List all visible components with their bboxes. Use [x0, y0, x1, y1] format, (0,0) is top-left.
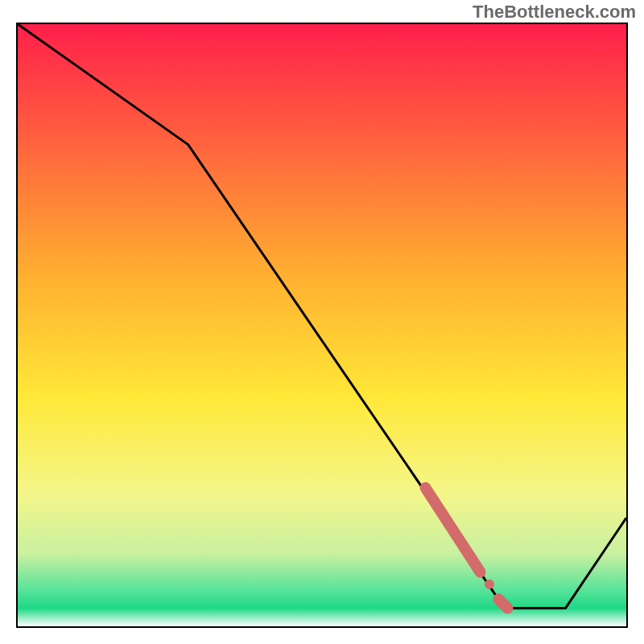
- highlight-dots-low: [498, 599, 507, 608]
- highlight-dot-1: [485, 580, 494, 589]
- plot-area: [16, 23, 628, 628]
- chart-frame: TheBottleneck.com: [0, 0, 644, 644]
- chart-svg: [18, 24, 626, 626]
- gradient-background: [18, 24, 626, 626]
- watermark-label: TheBottleneck.com: [473, 2, 636, 23]
